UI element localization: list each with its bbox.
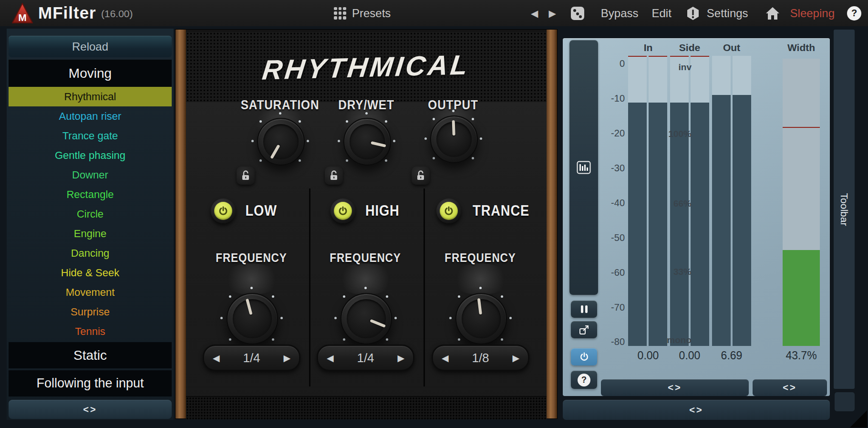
meter-scrollbar-left[interactable]: <> <box>601 379 749 396</box>
reload-button[interactable]: Reload <box>9 36 172 57</box>
presets-label: Presets <box>352 7 391 20</box>
meter-help-button[interactable]: ? <box>571 371 597 389</box>
preset-group-following-the-input[interactable]: Following the input <box>9 370 172 397</box>
wood-rail-left <box>176 30 186 418</box>
width-tick-66: 66% <box>673 198 692 209</box>
help-button[interactable]: ? <box>847 6 861 21</box>
side-meter-label: Side <box>679 42 700 53</box>
db-tick: 0 <box>620 58 625 69</box>
low-band-header: LOW <box>186 198 304 224</box>
warning-icon[interactable] <box>687 6 699 21</box>
bottom-horizontal-scrollbar[interactable]: <> <box>563 400 830 420</box>
high-frequency-knob[interactable] <box>341 293 392 344</box>
db-tick: -50 <box>611 232 625 243</box>
high-frequency-label: FREQUENCY <box>330 251 401 265</box>
randomize-dice-button[interactable] <box>570 6 585 21</box>
knob-pointer <box>249 110 312 173</box>
output-lock-button[interactable] <box>412 167 430 185</box>
sleeping-status[interactable]: Sleeping <box>790 7 835 20</box>
out-meter-label: Out <box>723 42 740 53</box>
low-rate-value: 1/4 <box>243 351 260 365</box>
preset-item-rectangle[interactable]: Rectangle <box>9 185 172 204</box>
preset-item-trance-gate[interactable]: Trance gate <box>9 126 172 146</box>
high-rate-selector[interactable]: ◀ 1/4 ▶ <box>317 344 414 371</box>
melda-logo-icon[interactable]: M <box>11 2 33 24</box>
meter-power-button[interactable] <box>571 348 597 365</box>
preset-item-engine[interactable]: Engine <box>9 224 172 243</box>
preset-item-autopan-riser[interactable]: Autopan riser <box>9 106 172 126</box>
output-knob[interactable] <box>430 115 478 163</box>
out-meter-bar-right <box>733 56 751 346</box>
mfilter-plugin-window: M MFilter (16.00) Presets ◀ ▶ Bypass Edi… <box>0 0 868 428</box>
peak-indicator <box>628 56 647 57</box>
topbar-controls: ◀ ▶ Bypass Edit Settings Sleeping ? <box>531 0 861 26</box>
power-icon <box>214 202 232 220</box>
preset-item-dancing[interactable]: Dancing <box>9 243 172 263</box>
help-question-icon: ? <box>578 374 590 386</box>
low-frequency-knob[interactable] <box>227 293 278 344</box>
bypass-button[interactable]: Bypass <box>601 7 639 20</box>
device-title: RHYTHMICAL <box>261 48 472 85</box>
preset-item-hide-and-seek[interactable]: Hide & Seek <box>9 263 172 282</box>
help-question-icon: ? <box>847 6 861 21</box>
preset-item-downer[interactable]: Downer <box>9 165 172 185</box>
db-tick: -30 <box>611 163 625 174</box>
toolbar-tab[interactable]: Toolbar <box>834 30 855 389</box>
preset-item-circle[interactable]: Circle <box>9 204 172 224</box>
preset-item-surprise[interactable]: Surprise <box>9 302 172 322</box>
edit-button[interactable]: Edit <box>652 7 672 20</box>
trance-power-button[interactable] <box>436 198 461 223</box>
next-value-arrow[interactable]: ▶ <box>397 353 404 364</box>
trance-band-name: TRANCE <box>473 202 530 219</box>
presets-button[interactable]: Presets <box>334 0 391 26</box>
toolbar-corner-button[interactable] <box>835 392 855 411</box>
scrollbar-arrows-glyph: <> <box>689 405 703 416</box>
meter-mode-button[interactable] <box>569 40 598 295</box>
next-value-arrow[interactable]: ▶ <box>512 353 519 364</box>
knob-pointer <box>430 115 477 163</box>
low-band-name: LOW <box>246 202 277 219</box>
trance-rate-selector[interactable]: ◀ 1/8 ▶ <box>432 344 529 371</box>
db-tick: -70 <box>611 302 625 313</box>
in-meter-bar-left <box>628 56 647 346</box>
popout-button[interactable] <box>571 321 597 338</box>
saturation-knob[interactable] <box>257 118 305 166</box>
knob-glow <box>222 263 281 295</box>
next-value-arrow[interactable]: ▶ <box>283 353 290 364</box>
db-tick: -40 <box>611 198 625 209</box>
preset-item-tennis[interactable]: Tennis <box>9 322 172 341</box>
preset-group-static[interactable]: Static <box>9 342 172 368</box>
low-power-button[interactable] <box>211 198 236 223</box>
side-meter-bar-right <box>691 56 709 346</box>
svg-text:M: M <box>18 12 27 23</box>
preset-item-rhythmical[interactable]: Rhythmical <box>9 87 172 106</box>
width-tick-100: 100% <box>668 129 692 139</box>
home-icon[interactable] <box>765 7 780 20</box>
preset-group-moving[interactable]: Moving <box>9 60 172 87</box>
sidebar-horizontal-scrollbar[interactable]: <> <box>9 400 172 419</box>
width-meter-fill <box>783 250 820 346</box>
drywet-lock-button[interactable] <box>325 167 343 185</box>
drywet-knob[interactable] <box>343 118 391 166</box>
knob-glow <box>336 263 395 295</box>
preset-back-button[interactable]: ◀ <box>531 8 538 19</box>
window-resize-grip[interactable] <box>850 410 867 428</box>
scrollbar-arrows-glyph: <> <box>668 382 682 393</box>
prev-value-arrow[interactable]: ◀ <box>327 353 334 364</box>
knob-glow <box>451 263 510 295</box>
low-rate-selector[interactable]: ◀ 1/4 ▶ <box>203 344 300 371</box>
high-power-button[interactable] <box>331 198 355 223</box>
trance-frequency-knob[interactable] <box>455 293 507 344</box>
high-band-name: HIGH <box>365 202 400 219</box>
preset-item-movement[interactable]: Movement <box>9 282 172 302</box>
db-tick: -80 <box>611 336 625 347</box>
preset-forward-button[interactable]: ▶ <box>548 8 556 19</box>
settings-button[interactable]: Settings <box>707 7 748 20</box>
top-toolbar: M MFilter (16.00) Presets ◀ ▶ Bypass Edi… <box>0 0 868 26</box>
prev-value-arrow[interactable]: ◀ <box>213 353 220 364</box>
pause-button[interactable] <box>571 301 597 318</box>
prev-value-arrow[interactable]: ◀ <box>442 353 449 364</box>
preset-item-gentle-phasing[interactable]: Gentle phasing <box>9 146 172 165</box>
saturation-lock-button[interactable] <box>237 167 255 185</box>
meter-scrollbar-right[interactable]: <> <box>753 379 827 396</box>
